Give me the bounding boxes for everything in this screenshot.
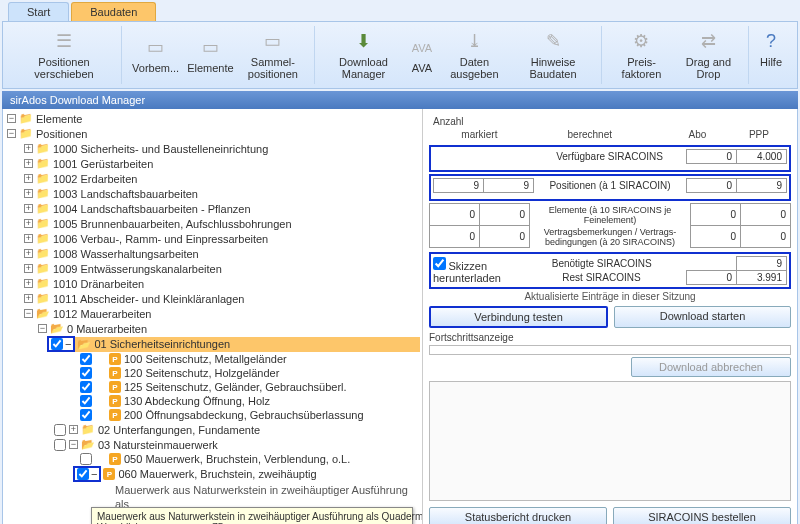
chk-node[interactable] (51, 338, 63, 350)
btn-hilfe[interactable]: ?Hilfe (755, 28, 787, 70)
coin-table: Anzahl markiertberechnetAboPPP (429, 115, 791, 141)
tab-start[interactable]: Start (8, 2, 69, 21)
btn-sammelpos[interactable]: ▭Sammel- positionen (238, 28, 308, 82)
chk-leaf[interactable] (77, 468, 89, 480)
session-info: Aktualisierte Einträge in dieser Sitzung (429, 291, 791, 302)
chk-node[interactable] (54, 439, 66, 451)
btn-cancel-download[interactable]: Download abbrechen (631, 357, 791, 377)
tree-node[interactable]: −📂0 Mauerarbeiten (5, 321, 420, 336)
tree-node[interactable]: +📁1002 Erdarbeiten (5, 171, 420, 186)
btn-test-connection[interactable]: Verbindung testen (429, 306, 608, 328)
tree-node[interactable]: +📁1006 Verbau-, Ramm- und Einpressarbeit… (5, 231, 420, 246)
btn-start-download[interactable]: Download starten (614, 306, 791, 328)
progress-label: Fortschrittsanzeige (429, 332, 791, 343)
btn-positionen[interactable]: ☰Positionen verschieben (13, 28, 115, 82)
tree-leaf[interactable]: P200 Öffnungsabdeckung, Gebrauchsüberlas… (5, 408, 420, 422)
tree-leaf[interactable]: P100 Seitenschutz, Metallgeländer (5, 352, 420, 366)
tree-leaf[interactable]: P125 Seitenschutz, Geländer, Gebrauchsüb… (5, 380, 420, 394)
btn-hinweise[interactable]: ✎Hinweise Baudaten (511, 28, 595, 82)
tree-leaf[interactable]: P060 Mauerwerk, Bruchstein, zweihäuptig (101, 467, 318, 481)
log-area (429, 381, 791, 501)
tree-node[interactable]: −📂03 Natursteinmauerwerk (5, 437, 420, 452)
chk-leaf[interactable] (80, 395, 92, 407)
tree-node[interactable]: +📁1004 Landschaftsbauarbeiten - Pflanzen (5, 201, 420, 216)
btn-vorbem[interactable]: ▭Vorbem... (128, 34, 183, 76)
tree-leaf[interactable]: P130 Abdeckung Öffnung, Holz (5, 394, 420, 408)
btn-elemente[interactable]: ▭Elemente (183, 34, 237, 76)
tree-node[interactable]: +📁1001 Gerüstarbeiten (5, 156, 420, 171)
tree-node[interactable]: −📂1012 Mauerarbeiten (5, 306, 420, 321)
chk-leaf[interactable] (80, 381, 92, 393)
btn-download-manager[interactable]: ⬇Download Manager (321, 28, 406, 82)
chk-leaf[interactable] (80, 367, 92, 379)
tree-node[interactable]: +📁1003 Landschaftsbauarbeiten (5, 186, 420, 201)
chk-leaf[interactable] (80, 453, 92, 465)
tree-node[interactable]: +📁1005 Brunnenbauarbeiten, Aufschlussboh… (5, 216, 420, 231)
tree-leaf[interactable]: P120 Seitenschutz, Holzgeländer (5, 366, 420, 380)
chk-node[interactable] (54, 424, 66, 436)
progress-bar (429, 345, 791, 355)
tree-node[interactable]: +📁1010 Dränarbeiten (5, 276, 420, 291)
right-pane: Anzahl markiertberechnetAboPPP Verfügbar… (423, 109, 797, 524)
tree-leaf[interactable]: P050 Mauerwerk, Bruchstein, Verblendung,… (5, 452, 420, 466)
panel-title: sirAdos Download Manager (2, 91, 798, 109)
tree-node-selected[interactable]: 📂01 Sicherheitseinrichtungen (75, 337, 420, 352)
tree-node[interactable]: +📁02 Unterfangungen, Fundamente (5, 422, 420, 437)
tab-baudaten[interactable]: Baudaten (71, 2, 156, 21)
tree-node[interactable]: −📁Elemente (5, 111, 420, 126)
tree-node[interactable]: +📁1000 Sicherheits- und Baustelleneinric… (5, 141, 420, 156)
btn-order-coins[interactable]: SIRACOINS bestellen (613, 507, 791, 524)
ribbon: ☰Positionen verschieben ▭Vorbem... ▭Elem… (2, 21, 798, 89)
btn-dragdrop[interactable]: ⇄Drag and Drop (675, 28, 742, 82)
tree-pane[interactable]: −📁Elemente −📁Positionen +📁1000 Sicherhei… (3, 109, 423, 524)
tree-node[interactable]: +📁1008 Wasserhaltungsarbeiten (5, 246, 420, 261)
chk-skizzen[interactable] (433, 257, 446, 270)
tree-node[interactable]: +📁1009 Entwässerungskanalarbeiten (5, 261, 420, 276)
tooltip: Mauerwerk aus Naturwerkstein in zweihäup… (91, 507, 413, 524)
btn-preisfaktor[interactable]: ⚙Preis- faktoren (608, 28, 675, 82)
tree-node[interactable]: +📁1011 Abscheider- und Kleinkläranlagen (5, 291, 420, 306)
btn-status-report[interactable]: Statusbericht drucken (429, 507, 607, 524)
chk-leaf[interactable] (80, 353, 92, 365)
chk-leaf[interactable] (80, 409, 92, 421)
btn-ava[interactable]: AVAAVA (406, 34, 438, 76)
btn-daten[interactable]: ⤓Daten ausgeben (438, 28, 511, 82)
tree-node[interactable]: −📁Positionen (5, 126, 420, 141)
